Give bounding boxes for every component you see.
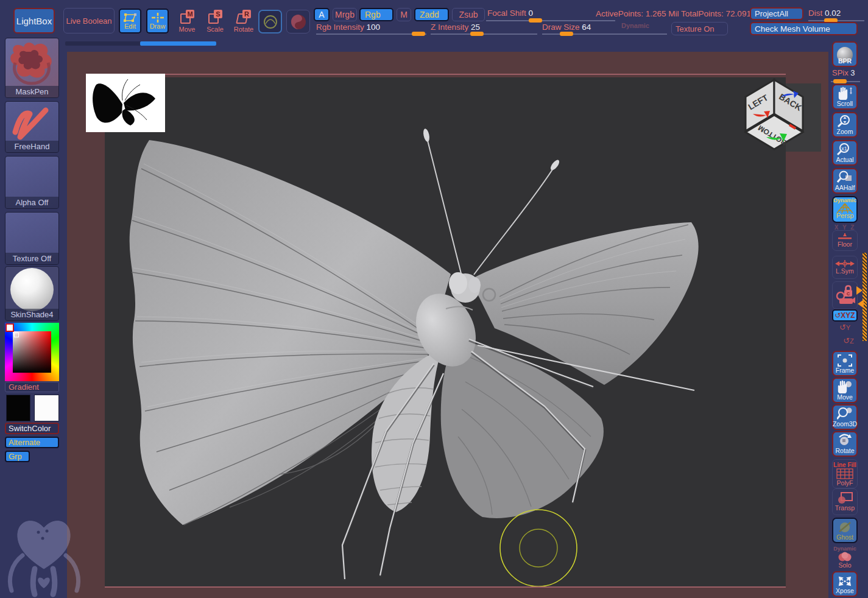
- mode-a-button[interactable]: A: [314, 8, 330, 21]
- z-intensity-slider[interactable]: Z Intensity 25: [431, 23, 480, 32]
- z-intensity-handle[interactable]: [470, 32, 484, 36]
- mode-zadd-button[interactable]: Zadd: [414, 8, 449, 21]
- scroll-button[interactable]: Scroll: [832, 84, 858, 110]
- document-canvas[interactable]: [105, 77, 786, 586]
- color-picker[interactable]: [5, 323, 59, 381]
- alternate-button[interactable]: Alternate: [5, 437, 59, 448]
- nav-cube[interactable]: LEFT BACK BOTTOM: [739, 72, 809, 152]
- panel-scroll-arrow-left-icon[interactable]: [858, 300, 864, 308]
- draw-size-handle[interactable]: [560, 32, 573, 36]
- brush-maskpen-tile[interactable]: MaskPen: [5, 38, 59, 98]
- rotate-icon: R: [237, 10, 250, 23]
- rotate-label: Rotate: [231, 26, 256, 33]
- aahalf-magnifier-icon: [837, 171, 853, 184]
- scroll-hand-icon: [837, 86, 853, 100]
- secondary-brush-button[interactable]: [286, 10, 310, 33]
- hue-cursor[interactable]: [5, 323, 14, 332]
- mode-mrgb-label: Mrgb: [335, 10, 355, 19]
- alpha-off-tile[interactable]: Alpha Off: [5, 156, 59, 209]
- polyf-button[interactable]: Line Fill PolyF: [832, 459, 858, 488]
- xpose-button[interactable]: Xpose: [832, 571, 858, 597]
- zbrush-window: LEFT BACK BOTTOM LightBox Live Boolean E…: [0, 0, 868, 598]
- rotate-z-button[interactable]: ↺Z: [836, 336, 861, 350]
- move-hand-icon: [837, 380, 853, 393]
- z-intensity-track[interactable]: [431, 33, 537, 35]
- solo-button[interactable]: Dynamic Solo: [832, 544, 858, 570]
- grp-label: Grp: [9, 452, 22, 461]
- rotate-view-button[interactable]: Rotate: [832, 431, 858, 457]
- draw-label: Draw: [150, 23, 166, 30]
- switchcolor-button[interactable]: SwitchColor: [5, 423, 59, 434]
- bpr-label: BPR: [838, 57, 852, 65]
- butterfly-model[interactable]: [105, 77, 786, 586]
- color-sv-square[interactable]: [13, 331, 51, 373]
- spix-slider[interactable]: SPix 3: [832, 68, 860, 77]
- rgb-intensity-track[interactable]: [316, 33, 426, 35]
- focal-shift-handle[interactable]: [529, 18, 542, 23]
- draw-button[interactable]: Draw: [146, 9, 169, 33]
- texture-off-tile[interactable]: Texture Off: [5, 212, 59, 265]
- frame-button[interactable]: Frame: [832, 351, 858, 376]
- local-rotate-xyz-button[interactable]: ↺XYZ: [832, 309, 858, 322]
- secondary-color-swatch[interactable]: [34, 395, 59, 421]
- draw-size-slider[interactable]: Draw Size 64: [542, 23, 591, 32]
- ghost-button[interactable]: Ghost: [832, 518, 858, 543]
- alpha-reference-thumbnail[interactable]: [86, 74, 165, 132]
- gradient-button[interactable]: Gradient: [5, 382, 59, 392]
- rgb-intensity-slider[interactable]: Rgb Intensity 100: [316, 23, 380, 32]
- zoom3d-button[interactable]: Zoom3D: [832, 404, 858, 430]
- persp-button[interactable]: Dynamic Persp: [832, 196, 858, 223]
- rgb-intensity-handle[interactable]: [412, 32, 425, 36]
- spix-handle[interactable]: [833, 79, 847, 83]
- floor-button[interactable]: Floor: [832, 230, 858, 251]
- grp-button[interactable]: Grp: [5, 451, 30, 462]
- live-boolean-button[interactable]: Live Boolean: [63, 8, 115, 33]
- zoom3d-icon: [837, 407, 853, 420]
- mascot-watermark-icon: [3, 513, 85, 598]
- focal-shift-track[interactable]: [486, 20, 615, 21]
- panel-scrollbar[interactable]: [863, 253, 867, 341]
- lightbox-label: LightBox: [16, 16, 52, 26]
- actual-button[interactable]: x1 Actual: [832, 140, 858, 166]
- scale-button[interactable]: S Scale: [203, 10, 227, 34]
- transp-button[interactable]: Transp: [832, 488, 858, 515]
- toolbar-scroll-thumb[interactable]: [140, 41, 216, 46]
- aahalf-button[interactable]: AAHalf: [832, 168, 858, 194]
- rotate-button[interactable]: R Rotate: [231, 10, 256, 34]
- current-brush-button[interactable]: [258, 10, 282, 33]
- material-skinshade-tile[interactable]: SkinShade4: [5, 266, 59, 321]
- mode-m-button[interactable]: M: [397, 8, 411, 21]
- move-button[interactable]: M Move: [175, 10, 199, 34]
- z-intensity-value: 25: [471, 23, 480, 32]
- zoom-button[interactable]: Zoom: [832, 112, 858, 138]
- mode-mrgb-button[interactable]: Mrgb: [333, 8, 357, 21]
- project-all-button[interactable]: ProjectAll: [750, 7, 803, 20]
- rotate-y-button[interactable]: ↺Y: [832, 323, 858, 336]
- stroke-freehand-tile[interactable]: FreeHand: [5, 101, 59, 153]
- camera-lock-button[interactable]: C: [832, 281, 858, 309]
- lightbox-button[interactable]: LightBox: [13, 8, 55, 33]
- panel-scroll-arrow-right-icon[interactable]: [856, 286, 863, 295]
- texture-on-label: Texture On: [676, 24, 715, 33]
- rotate-z-label: Z: [850, 337, 854, 345]
- focal-shift-slider[interactable]: Focal Shift 0: [487, 9, 533, 18]
- edit-button[interactable]: Edit: [119, 9, 141, 33]
- toolbar-scroll-track[interactable]: [65, 41, 216, 46]
- move-icon: M: [180, 10, 194, 23]
- lsym-icon: [835, 260, 855, 267]
- svg-text:x1: x1: [841, 146, 847, 152]
- canvas-frame: LEFT BACK BOTTOM: [67, 52, 828, 598]
- sv-cursor[interactable]: [14, 332, 19, 337]
- maskpen-label: MaskPen: [5, 86, 58, 97]
- dist-slider[interactable]: Dist 0.02: [808, 9, 841, 18]
- bpr-button[interactable]: BPR: [832, 41, 858, 67]
- check-mesh-volume-button[interactable]: Check Mesh Volume: [750, 22, 858, 35]
- xpose-arrows-icon: [837, 575, 853, 587]
- mode-zsub-button[interactable]: Zsub: [452, 8, 485, 21]
- texture-on-button[interactable]: Texture On: [671, 22, 728, 35]
- main-color-swatch[interactable]: [6, 395, 30, 421]
- move-view-button[interactable]: Move: [832, 378, 858, 403]
- switchcolor-label: SwitchColor: [9, 424, 51, 433]
- mode-rgb-button[interactable]: Rgb: [359, 8, 393, 21]
- lsym-button[interactable]: L.Sym: [832, 256, 858, 279]
